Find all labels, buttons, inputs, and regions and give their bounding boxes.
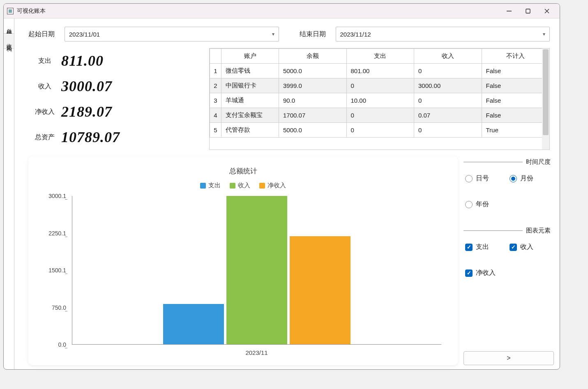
col-excluded[interactable]: 不计入 (482, 49, 549, 64)
swatch-net (259, 183, 265, 189)
cell-expense[interactable]: 10.00 (346, 93, 414, 108)
swatch-expense (200, 183, 206, 189)
cell-income[interactable]: 0.07 (414, 108, 482, 123)
accounts-table-wrap: 账户 余额 支出 收入 不计入 1微信零钱5000.0801.000False2… (209, 48, 550, 150)
titlebar[interactable]: 可视化账本 (4, 4, 560, 18)
chevron-down-icon: ▾ (543, 31, 545, 37)
cell-balance[interactable]: 1700.07 (279, 108, 347, 123)
table-row[interactable]: 5代管存款5000.000True (210, 123, 549, 138)
cell-excluded[interactable]: False (482, 78, 549, 93)
checkbox-icon: ✓ (510, 244, 517, 251)
cell-income[interactable]: 0 (414, 123, 482, 138)
bar-net[interactable] (290, 236, 350, 344)
close-button[interactable] (537, 5, 556, 18)
minimize-button[interactable] (500, 5, 519, 18)
table-row[interactable]: 3羊城通90.010.000False (210, 93, 549, 108)
stat-assets-label: 总资产 (28, 133, 61, 142)
check-expense[interactable]: ✓ 支出 (465, 243, 510, 251)
cell-account[interactable]: 代管存款 (221, 123, 279, 138)
stat-expense: 支出 811.00 (28, 48, 201, 74)
bar-expense[interactable] (163, 304, 224, 344)
radio-icon (510, 175, 517, 182)
cell-balance[interactable]: 5000.0 (279, 123, 347, 138)
legend-expense[interactable]: 支出 (200, 182, 221, 189)
radio-year[interactable]: 年份 (465, 200, 510, 209)
main-panel: 起始日期 2023/11/01 ▾ 结束日期 2023/11/12 ▾ (14, 18, 560, 369)
cell-excluded[interactable]: False (482, 64, 549, 78)
stat-assets-value: 10789.07 (61, 129, 120, 146)
x-axis-label: 2023/11 (72, 349, 441, 356)
cell-expense[interactable]: 0 (346, 78, 414, 93)
stat-net-value: 2189.07 (61, 103, 112, 120)
swatch-income (230, 183, 235, 189)
time-scale-heading: 时间尺度 (463, 158, 554, 166)
content-area: 总额统计 收支结构 起始日期 2023/11/01 ▾ 结束日期 2023/11… (4, 18, 560, 369)
stat-income-label: 收入 (28, 82, 61, 91)
col-balance[interactable]: 余额 (279, 49, 347, 64)
accounts-table[interactable]: 账户 余额 支出 收入 不计入 1微信零钱5000.0801.000False2… (210, 48, 549, 138)
radio-day[interactable]: 日号 (465, 174, 510, 183)
col-account[interactable]: 账户 (221, 49, 279, 64)
app-icon (7, 8, 14, 14)
tab-totals[interactable]: 总额统计 (4, 18, 14, 34)
y-tick: 1500.1 (41, 267, 66, 274)
chevron-down-icon: ▾ (272, 31, 274, 37)
check-income[interactable]: ✓ 收入 (510, 243, 554, 251)
cell-balance[interactable]: 90.0 (279, 93, 347, 108)
radio-icon (465, 175, 473, 182)
y-axis: 0.0750.01500.12250.13000.1 (41, 196, 69, 345)
stat-net-label: 净收入 (28, 108, 61, 116)
stat-net: 净收入 2189.07 (28, 99, 201, 124)
time-scale-radios: 日号 月份 年份 (463, 174, 554, 209)
cell-balance[interactable]: 5000.0 (279, 64, 347, 78)
chart-card: 总额统计 支出 收入 净收入 (28, 157, 458, 365)
start-date-combo[interactable]: 2023/11/01 ▾ (65, 27, 279, 41)
end-date-combo[interactable]: 2023/11/12 ▾ (336, 27, 550, 41)
table-row[interactable]: 1微信零钱5000.0801.000False (210, 64, 549, 78)
cell-expense[interactable]: 801.00 (346, 64, 414, 78)
legend-income[interactable]: 收入 (230, 182, 250, 189)
side-tabs: 总额统计 收支结构 (4, 18, 14, 369)
go-button[interactable]: > (463, 351, 554, 365)
stat-expense-value: 811.00 (61, 52, 104, 69)
legend-net[interactable]: 净收入 (259, 182, 286, 189)
cell-income[interactable]: 3000.00 (414, 78, 482, 93)
cell-account[interactable]: 微信零钱 (221, 64, 279, 78)
bottom-area: 总额统计 支出 收入 净收入 (14, 150, 560, 369)
row-number: 1 (210, 64, 221, 78)
cell-excluded[interactable]: True (482, 123, 549, 138)
date-range-row: 起始日期 2023/11/01 ▾ 结束日期 2023/11/12 ▾ (28, 27, 550, 41)
end-date-value: 2023/11/12 (340, 31, 371, 38)
cell-income[interactable]: 0 (414, 93, 482, 108)
cell-account[interactable]: 中国银行卡 (221, 78, 279, 93)
stat-income: 收入 3000.07 (28, 74, 201, 99)
cell-expense[interactable]: 0 (346, 123, 414, 138)
stat-assets: 总资产 10789.07 (28, 124, 201, 150)
bar-income[interactable] (226, 196, 287, 344)
cell-excluded[interactable]: False (482, 93, 549, 108)
y-tick: 3000.1 (41, 193, 66, 199)
top-area: 起始日期 2023/11/01 ▾ 结束日期 2023/11/12 ▾ (14, 18, 560, 150)
cell-account[interactable]: 支付宝余额宝 (221, 108, 279, 123)
plot-inner (72, 196, 441, 345)
table-scrollbar[interactable] (542, 48, 549, 150)
checkbox-icon: ✓ (465, 244, 473, 251)
cell-balance[interactable]: 3999.0 (279, 78, 347, 93)
col-expense[interactable]: 支出 (346, 49, 414, 64)
check-net[interactable]: ✓ 净收入 (465, 269, 510, 277)
cell-income[interactable]: 0 (414, 64, 482, 78)
cell-expense[interactable]: 0 (346, 108, 414, 123)
table-row[interactable]: 4支付宝余额宝1700.0700.07False (210, 108, 549, 123)
tab-structure[interactable]: 收支结构 (4, 34, 14, 49)
stats-panel: 支出 811.00 收入 3000.07 净收入 2189.07 总资产 (28, 48, 201, 150)
col-income[interactable]: 收入 (414, 49, 482, 64)
app-window: 可视化账本 总额统计 收支结构 起始日期 2023/11/01 ▾ (3, 3, 560, 370)
table-row[interactable]: 2中国银行卡3999.003000.00False (210, 78, 549, 93)
radio-month[interactable]: 月份 (510, 174, 554, 183)
scrollbar-thumb[interactable] (543, 49, 549, 135)
cell-excluded[interactable]: False (482, 108, 549, 123)
row-number: 4 (210, 108, 221, 123)
cell-account[interactable]: 羊城通 (221, 93, 279, 108)
maximize-button[interactable] (519, 5, 537, 18)
start-date-label: 起始日期 (28, 30, 57, 39)
